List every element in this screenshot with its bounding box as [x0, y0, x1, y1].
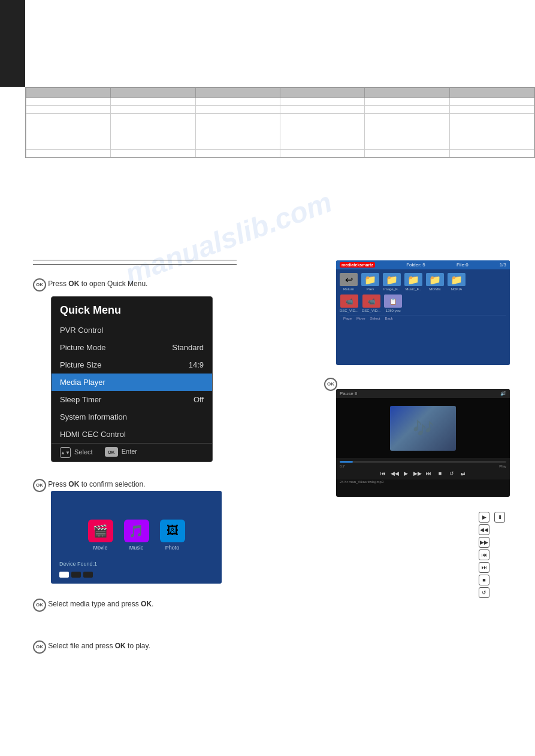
menu-item-hdmi-cec[interactable]: HDMI CEC Control	[52, 426, 212, 443]
photo-label: Photo	[165, 545, 180, 551]
step-3-text: Select media type and press OK.	[48, 600, 153, 608]
repeat-icon: ↺	[479, 587, 489, 598]
vp-controls-bar: 0:7 Play ⏮ ◀◀ ▶ ▶▶ ⏭ ■ ↺ ⇄	[336, 458, 510, 479]
fb-folder-music[interactable]: 📁 Music_F...	[404, 273, 422, 291]
menu-item-sleep-timer-label: Sleep Timer	[60, 395, 101, 404]
fb-file-1[interactable]: 📹 DSC_VID...	[340, 294, 358, 312]
vp-title-bar: Pause II 🔊	[336, 389, 510, 398]
menu-item-picture-size[interactable]: Picture Size 14:9	[52, 356, 212, 374]
dot-2	[71, 572, 81, 578]
movie-folder-label: MOVIE	[429, 287, 440, 291]
fb-folder-prev[interactable]: 📁 Prev	[361, 273, 379, 291]
table-row	[26, 150, 534, 157]
file-1-icon: 📹	[340, 294, 358, 308]
fwd-icon: ▶▶	[479, 537, 489, 548]
vp-btn-shuffle[interactable]: ⇄	[459, 469, 467, 478]
table-header-col5	[365, 88, 449, 98]
image-folder-icon: 📁	[383, 273, 401, 286]
watermark: manualslib.com	[121, 186, 337, 291]
vp-btn-rew[interactable]: ◀◀	[391, 469, 399, 478]
device-icons-row: 🎬 Movie 🎵 Music 🖼 Photo	[88, 520, 185, 551]
menu-item-pvr-label: PVR Control	[60, 326, 103, 335]
quick-menu-title: Quick Menu	[52, 297, 212, 321]
ok-indicator-container: OK	[324, 377, 337, 391]
prev-folder-label: Prev	[367, 287, 374, 291]
ctrl-prev: ⏮	[479, 549, 510, 560]
fb-folder-return[interactable]: ↩ Return	[340, 273, 358, 291]
side-strip	[0, 0, 25, 87]
fb-footer-select: Select	[370, 317, 380, 320]
vp-main: 🎶	[336, 398, 510, 458]
step-text-2: OK Press OK to confirm selection.	[33, 479, 145, 492]
vp-thumbnail: 🎶	[390, 406, 456, 451]
dot-3	[83, 572, 93, 578]
photo-icon: 🖼	[160, 520, 185, 542]
fb-footer-back: Back	[385, 317, 392, 320]
table-header-col4	[280, 88, 364, 98]
fb-nav: 1/3	[500, 262, 506, 268]
menu-item-picture-mode[interactable]: Picture Mode Standard	[52, 339, 212, 356]
next-icon: ⏭	[479, 562, 489, 573]
movie-icon: 🎬	[88, 520, 113, 542]
vp-btn-next[interactable]: ⏭	[425, 469, 433, 478]
vp-btn-play[interactable]: ▶	[402, 469, 410, 478]
file-browser: mediateksmartz Folder: 5 File:0 1/3 ↩ Re…	[336, 260, 510, 365]
file-1-label: DSC_VID...	[340, 309, 358, 312]
step-text-1: OK Press OK to open Quick Menu.	[33, 278, 147, 292]
music-icon: 🎵	[124, 520, 149, 542]
quick-menu: Quick Menu PVR Control Picture Mode Stan…	[51, 296, 213, 462]
vp-progress-bar	[340, 461, 506, 463]
menu-item-hdmi-cec-label: HDMI CEC Control	[60, 430, 126, 439]
ctrl-fwd: ▶▶	[479, 537, 510, 548]
vp-btn-prev-fast[interactable]: ⏮	[379, 469, 388, 478]
menu-item-system-info[interactable]: System Information	[52, 408, 212, 426]
table-row	[26, 98, 534, 106]
fb-file-2[interactable]: 📹 DSC_VID...	[362, 294, 380, 312]
fb-folder-movie[interactable]: 📁 MOVIE	[426, 273, 444, 291]
footer-select: ▲▼ Select	[60, 447, 93, 458]
menu-item-sleep-timer[interactable]: Sleep Timer Off	[52, 391, 212, 408]
fb-folder-image[interactable]: 📁 Image_F...	[383, 273, 401, 291]
movie-folder-icon: 📁	[426, 273, 444, 286]
select-label: Select	[74, 448, 93, 456]
photo-icon-box[interactable]: 🖼 Photo	[160, 520, 185, 551]
file-2-label: DSC_VID...	[362, 309, 380, 312]
fb-folders-row: ↩ Return 📁 Prev 📁 Image_F... 📁 Music_F..…	[340, 273, 506, 291]
table-header-col1	[26, 88, 111, 98]
vp-btn-stop[interactable]: ■	[436, 469, 445, 478]
dot-1	[59, 572, 69, 578]
menu-item-picture-mode-value: Standard	[172, 343, 204, 352]
fb-header: mediateksmartz Folder: 5 File:0 1/3	[336, 260, 510, 269]
nokia-folder-icon: 📁	[448, 273, 466, 286]
menu-item-pvr-control[interactable]: PVR Control	[52, 321, 212, 339]
ok-icon-1: OK	[33, 278, 46, 292]
table-header-col2	[111, 88, 195, 98]
file-3-icon: 📋	[384, 294, 402, 308]
prev-icon: ⏮	[479, 549, 489, 560]
menu-item-media-player-label: Media Player	[60, 378, 105, 387]
vp-time-row: 0:7 Play	[340, 464, 506, 468]
file-2-icon: 📹	[362, 294, 380, 308]
vp-btn-repeat[interactable]: ↺	[448, 469, 456, 478]
fb-file-3[interactable]: 📋 1280-you	[384, 294, 402, 312]
menu-item-picture-size-value: 14:9	[189, 360, 204, 369]
menu-item-media-player[interactable]: Media Player	[52, 374, 212, 391]
music-folder-label: Music_F...	[405, 287, 421, 291]
ctrl-stop: ■	[479, 575, 510, 585]
movie-icon-box[interactable]: 🎬 Movie	[88, 520, 113, 551]
nokia-folder-label: NOKIA	[451, 287, 463, 291]
music-label: Music	[129, 545, 144, 551]
vp-title: Pause II	[340, 391, 357, 396]
fb-footer: Page Move Select Back	[340, 315, 506, 321]
vp-btn-fwd[interactable]: ▶▶	[413, 469, 422, 478]
fb-content: ↩ Return 📁 Prev 📁 Image_F... 📁 Music_F..…	[336, 269, 510, 325]
fb-logo: mediateksmartz	[340, 262, 375, 268]
vp-buttons-row: ⏮ ◀◀ ▶ ▶▶ ⏭ ■ ↺ ⇄	[340, 469, 506, 478]
controls-legend: ▶ ⏸ ◀◀ ▶▶ ⏮ ⏭ ■ ↺	[479, 512, 510, 600]
device-found-text: Device Found:1	[59, 561, 97, 567]
fb-folder-nokia[interactable]: 📁 NOKIA	[448, 273, 466, 291]
music-folder-icon: 📁	[404, 273, 422, 286]
menu-item-sleep-timer-value: Off	[194, 395, 204, 404]
hr-line-2	[33, 264, 237, 265]
music-icon-box[interactable]: 🎵 Music	[124, 520, 149, 551]
